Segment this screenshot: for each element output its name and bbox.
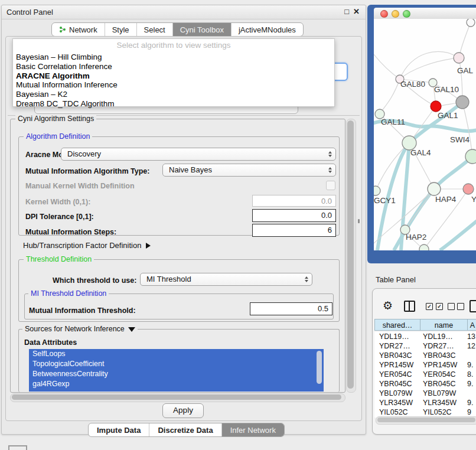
node-label: Y (471, 195, 476, 204)
sources-group-title[interactable]: Sources for Network Inference (22, 325, 138, 333)
network-node[interactable] (419, 244, 429, 250)
node-label: GAL1 (438, 111, 458, 120)
algorithm-option[interactable]: Bayesian – Hill Climbing (13, 53, 334, 62)
attribute-item[interactable]: TopologicalCoefficient (29, 359, 324, 369)
attribute-item[interactable]: gal4RGexp (29, 379, 324, 389)
tab-impute-data[interactable]: Impute Data (89, 423, 149, 436)
tab-jactivemnodules[interactable]: jActiveMNodules (232, 23, 303, 36)
mi-threshold-group-title: MI Threshold Definition (28, 289, 109, 298)
control-panel-tabbar: Network Style Select Cyni Toolbox jActiv… (51, 22, 304, 37)
vertical-scrollbar-thumb[interactable] (347, 120, 354, 389)
control-panel-titlebar: Control Panel □ ✕ (2, 5, 366, 19)
algorithm-option[interactable]: Basic Correlation Inference (13, 62, 334, 71)
network-node[interactable] (454, 53, 464, 63)
network-icon (59, 26, 66, 33)
network-node-selected-red[interactable] (431, 101, 441, 112)
algorithm-option[interactable]: Mutual Information Inference (13, 80, 334, 90)
aracne-mode-combo[interactable]: Discovery (61, 148, 336, 161)
network-node[interactable] (463, 184, 474, 194)
network-node[interactable] (465, 149, 476, 164)
table-body: YDL19… YDL19… 13 YDR27… YDR27… 12 YBR043… (374, 332, 476, 418)
float-window-icon[interactable]: □ (344, 7, 349, 16)
column-layout-icon[interactable] (404, 301, 415, 312)
network-node[interactable] (456, 96, 469, 109)
mi-threshold-label: Mutual Information Threshold: (29, 306, 136, 315)
data-attributes-list[interactable]: SelfLoops TopologicalCoefficient Between… (29, 349, 324, 392)
combo-stepper-icon (328, 167, 332, 173)
node-label: GAL (457, 66, 474, 75)
node-label: GCY1 (374, 196, 396, 205)
node-label: GAL4 (410, 148, 431, 157)
table-row[interactable]: YLR345W YLR345W 9. (374, 398, 476, 407)
column-header-shared-name[interactable]: shared… (374, 319, 420, 331)
combo-stepper-icon (328, 151, 332, 157)
vertical-scrollbar[interactable] (346, 119, 356, 393)
tab-cyni-toolbox[interactable]: Cyni Toolbox (173, 23, 232, 36)
mi-steps-label: Mutual Information Steps: (25, 228, 116, 236)
table-row[interactable]: YDL19… YDL19… 13 (374, 332, 476, 341)
network-canvas[interactable]: GAL GAL80 GAL10 GAL1 GAL11 SWI4 GAL4 GCY… (374, 19, 476, 250)
network-node[interactable] (374, 186, 380, 195)
close-traffic-light-icon[interactable] (380, 10, 388, 18)
unchecked-checkbox-icon[interactable] (457, 303, 464, 310)
expand-right-icon (146, 243, 151, 249)
mi-type-combo[interactable]: Naive Bayes (162, 164, 336, 177)
table-scrollbar-thumb[interactable] (377, 418, 475, 422)
splitpane-gripper[interactable] (358, 219, 360, 223)
kernel-width-label: Kernel Width (0,1): (25, 198, 90, 206)
table-row[interactable]: YDR27… YDR27… 12 (374, 341, 476, 351)
tab-infer-network[interactable]: Infer Network (222, 423, 284, 436)
tab-style[interactable]: Style (105, 23, 137, 36)
network-node[interactable] (428, 182, 441, 195)
node-label: HAP4 (435, 195, 457, 204)
algorithm-option[interactable]: Bayesian – K2 (13, 90, 334, 99)
algorithm-option-selected[interactable]: ARACNE Algorithm (13, 71, 334, 81)
algorithm-option[interactable]: Dream8 DC_TDC Algorithm (13, 99, 334, 109)
zoom-traffic-light-icon[interactable] (403, 10, 410, 18)
node-label: HAP2 (406, 233, 426, 242)
list-scrollbar[interactable] (317, 351, 322, 384)
horizontal-scrollbar-thumb[interactable] (12, 394, 341, 400)
column-header-clipped[interactable]: A (467, 319, 476, 331)
table-horizontal-scrollbar[interactable] (376, 416, 476, 425)
table-row[interactable]: YBL079W YBL079W (374, 389, 476, 398)
hub-section-toggle[interactable]: Hub/Transcription Factor Definition (23, 241, 151, 250)
close-window-icon[interactable]: ✕ (353, 7, 360, 16)
attribute-item[interactable]: BetweennessCentrality (29, 369, 324, 379)
minimized-panel-icon[interactable] (8, 445, 27, 450)
manual-kernel-checkbox[interactable] (326, 181, 335, 190)
dpi-tolerance-field[interactable]: 0.0 (252, 209, 336, 222)
document-icon[interactable] (470, 300, 476, 312)
mi-type-label: Mutual Information Algorithm Type: (25, 167, 149, 175)
table-panel-title: Table Panel (376, 275, 416, 284)
checked-checkbox-icon[interactable]: ✓ (436, 303, 443, 310)
minimize-traffic-light-icon[interactable] (392, 10, 399, 18)
table-row[interactable]: YBR043C YBR043C (374, 351, 476, 360)
mi-steps-field[interactable]: 6 (252, 224, 336, 237)
threshold-definition-title: Threshold Definition (24, 255, 94, 263)
control-panel-window: Control Panel □ ✕ Network Style Select C… (1, 5, 366, 435)
kernel-width-field[interactable]: 0.0 (252, 195, 336, 207)
table-row[interactable]: YER054C YER054C 8. (374, 370, 476, 379)
node-label: GAL11 (381, 118, 405, 126)
attribute-item[interactable]: SelfLoops (29, 349, 324, 359)
tab-discretize-data[interactable]: Discretize Data (149, 423, 221, 436)
horizontal-scrollbar[interactable] (10, 393, 345, 402)
settings-gear-icon[interactable]: ⚙ (383, 299, 393, 312)
tab-network[interactable]: Network (52, 23, 105, 36)
node-label: SWI4 (450, 135, 470, 144)
tab-select[interactable]: Select (137, 23, 173, 36)
network-window-titlebar[interactable] (374, 8, 476, 19)
network-node[interactable] (467, 19, 475, 27)
apply-button[interactable]: Apply (162, 403, 204, 418)
combo-stepper-icon (305, 276, 308, 282)
mi-threshold-field[interactable]: 0.5 (250, 302, 332, 315)
table-row[interactable]: YIL052C YIL052C 9 (374, 407, 476, 417)
column-header-name[interactable]: name (420, 319, 467, 331)
collapse-down-icon (128, 327, 135, 332)
table-row[interactable]: YPR145W YPR145W 9. (374, 360, 476, 370)
unchecked-checkbox-icon[interactable] (448, 303, 455, 310)
which-threshold-combo[interactable]: MI Threshold (140, 273, 312, 286)
checked-checkbox-icon[interactable]: ✓ (426, 303, 433, 310)
table-row[interactable]: YBR045C YBR045C 9. (374, 379, 476, 389)
